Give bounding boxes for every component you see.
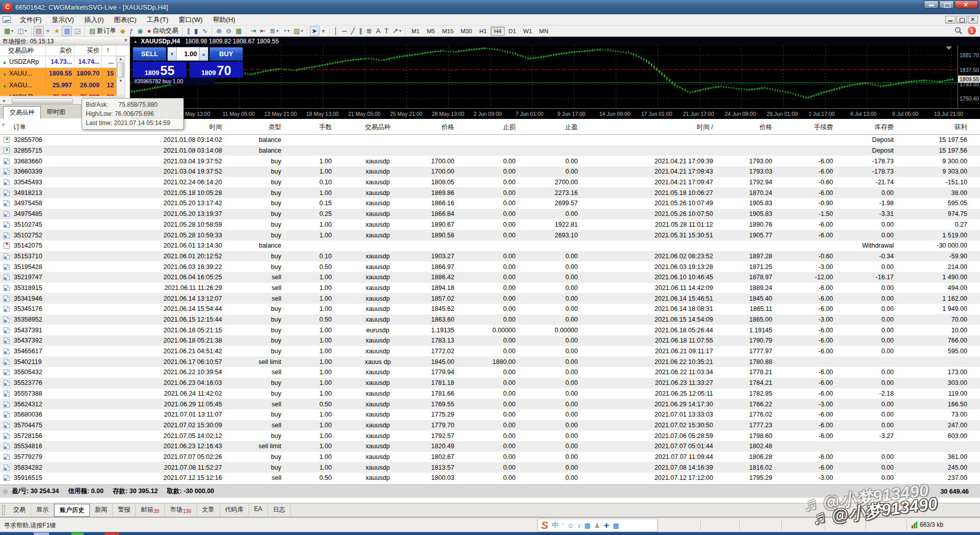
history-row[interactable]: 336836602021.03.04 19:37:52buy1.00xauusd… [0,156,980,166]
time-axis-label[interactable]: 14 Jun 09:00 [599,111,630,117]
chart-plot-area[interactable]: 1881.701837.501793.301750.401809.55 SELL… [130,45,980,108]
time-axis-label[interactable]: 21 May 05:00 [348,111,381,117]
history-row[interactable]: 349182132021.05.18 10:05:28buy1.00xauusd… [0,187,980,198]
history-column-10[interactable]: 手续费 [775,123,836,132]
mdi-restore-button[interactable] [957,16,967,23]
zoom-out-button[interactable]: ⊖ [224,26,233,36]
trendline-button[interactable]: ╱ [349,26,357,36]
scripts-button[interactable]: ◉ [135,26,145,36]
strategy-tester-button[interactable]: ◲ [72,26,82,36]
history-column-12[interactable]: 获利 [896,123,970,132]
history-row[interactable]: 356243122021.06.29 11:05:45sell0.50xauus… [0,399,980,409]
volume-input[interactable]: 1.00 [177,47,199,61]
tab-日志[interactable]: 日志 [268,504,291,517]
time-axis-label[interactable]: 13 Jul 21:00 [934,111,963,117]
timeframe-W1[interactable]: W1 [520,27,535,36]
menu-item-显示[interactable]: 显示(V) [47,14,79,26]
history-row[interactable]: 355348162021.06.23 12:16:43sell limit1.0… [0,441,980,452]
time-axis-label[interactable]: 9 Jul 05:00 [892,111,918,117]
time-axis-label[interactable]: 6 May 13:00 [181,111,210,117]
history-column-4[interactable]: 交易品种 [334,123,424,132]
time-axis-label[interactable]: 18 May 13:00 [306,111,339,117]
cursor-button[interactable]: ➤ [310,26,320,36]
market-watch-row-USDZARp[interactable]: ▲USDZARp14.73...14.74...... [0,56,116,68]
time-axis-label[interactable]: 28 May 13:00 [432,111,464,117]
history-row[interactable]: 355237762021.06.23 04:16:03buy1.00xauusd… [0,378,980,388]
taskbar-item[interactable] [105,532,119,535]
history-row[interactable]: 354656172021.06.21 04:51:42buy1.00xauusd… [0,346,980,357]
time-axis-label[interactable]: 13 May 21:00 [264,111,297,117]
history-column-8[interactable]: 时间 / [580,123,716,132]
timeframe-M1[interactable]: M1 [408,27,423,36]
candlestick-mode-button[interactable]: ▮ [192,26,200,36]
periods-button[interactable]: ◔▾ [280,26,291,36]
market-watch-button[interactable]: ▤ [34,26,44,36]
history-row[interactable]: 353451762021.06.14 15:54:44buy1.00xauusd… [0,304,980,314]
ime-icon[interactable]: ▩ [613,522,619,529]
auto-scroll-button[interactable]: ⇥ [249,26,258,36]
sogou-logo-icon[interactable]: S [541,519,548,531]
ime-icon[interactable]: ♟ [594,522,600,529]
history-row[interactable]: 354373912021.06.18 05:21:15buy1.00eurusd… [0,325,980,335]
windows-taskbar[interactable] [0,532,980,535]
collapse-icon[interactable]: ▲ [133,39,138,44]
text-button[interactable]: A [374,26,383,36]
terminal-close-icon[interactable]: × [2,121,5,128]
history-row[interactable]: 357281562021.07.05 14:02:12buy1.00xauusd… [0,430,980,441]
ime-icon[interactable]: 中 [552,521,558,530]
tab-EA[interactable]: EA [249,504,268,517]
text-label-button[interactable]: T [382,26,390,36]
time-axis-label[interactable]: 21 Jun 17:00 [683,111,714,117]
history-row[interactable]: 357792792021.07.07 05:02:26buy1.00xauusd… [0,452,980,463]
window-restore-button[interactable] [939,1,954,9]
ime-icon[interactable]: ♪ [577,522,581,529]
arrows-button[interactable]: ↗▾ [390,26,403,36]
menu-item-文件[interactable]: 文件(F) [15,14,47,26]
history-row[interactable]: 349754852021.05.20 13:19:37buy0.25xauusd… [0,209,980,220]
history-row[interactable]: 351954282021.06.03 16:39:22buy0.50xauusd… [0,261,980,272]
menu-item-窗口[interactable]: 窗口(W) [174,14,208,26]
history-row[interactable]: 358342822021.07.08 11:52:27buy1.00xauusd… [0,462,980,473]
market-watch-row-UKOILR[interactable]: ▼UKOILR75.85875.88022 [0,91,116,96]
tab-市场[interactable]: 市场136 [165,504,197,517]
buy-button[interactable]: BUY [209,47,243,61]
history-row[interactable]: 359165152021.07.12 15:12:16sell0.50xauus… [0,473,980,483]
new-chart-button[interactable]: ▦▾ [2,26,15,36]
horizontal-line-button[interactable]: ─ [340,26,349,36]
history-column-11[interactable]: 库存费 [836,123,896,132]
sell-button[interactable]: SELL [133,47,166,61]
navigator-button[interactable]: ★ [52,26,62,36]
history-column-2[interactable]: 类型 [225,123,284,132]
market-watch-tab-即时图[interactable]: 即时图 [41,106,71,118]
volume-increase-button[interactable]: ▲ [199,47,208,61]
tab-文章[interactable]: 文章 [197,504,220,517]
tab-账户历史[interactable]: 账户历史 [54,504,90,517]
profiles-button[interactable]: ◫▾ [15,26,29,36]
fibonacci-button[interactable]: ≣ [364,26,374,36]
mdi-minimize-button[interactable] [945,16,955,23]
timeframe-M15[interactable]: M15 [438,27,457,36]
ime-icon[interactable]: ’ [562,522,564,529]
ime-icon[interactable]: ▦ [584,522,591,529]
history-row[interactable]: 349754582021.05.20 13:17:42buy0.15xauusd… [0,198,980,209]
timeframe-MN[interactable]: MN [535,27,552,36]
tab-新闻[interactable]: 新闻 [90,504,113,517]
tile-windows-button[interactable]: ▦ [233,26,243,36]
tab-展示[interactable]: 展示 [31,504,54,517]
autotrading-button[interactable]: ●自动交易 [145,26,180,36]
templates-button[interactable]: ▨▾ [291,26,305,36]
ime-icon[interactable]: ✚ [604,522,609,529]
history-row[interactable]: 352197472021.06.04 16:05:25sell1.00xauus… [0,272,980,283]
history-row[interactable]: 351537102021.06.01 20:12:52buy0.10xauusd… [0,251,980,262]
data-window-button[interactable]: + [44,26,52,36]
time-axis-label[interactable]: 11 May 05:00 [223,111,255,117]
history-column-9[interactable]: 价格 [716,123,775,132]
history-column-5[interactable]: 价格 [424,123,457,132]
history-column-3[interactable]: 手数 [284,123,334,132]
dock-grip[interactable] [2,505,5,515]
volume-decrease-button[interactable]: ▼ [167,47,177,61]
tab-代码库[interactable]: 代码库 [220,504,249,517]
time-axis-label[interactable]: 29 Jun 01:00 [767,111,798,117]
time-axis-label[interactable]: 25 May 21:00 [390,111,423,117]
chart-shift-button[interactable]: ⇤ [258,26,268,36]
